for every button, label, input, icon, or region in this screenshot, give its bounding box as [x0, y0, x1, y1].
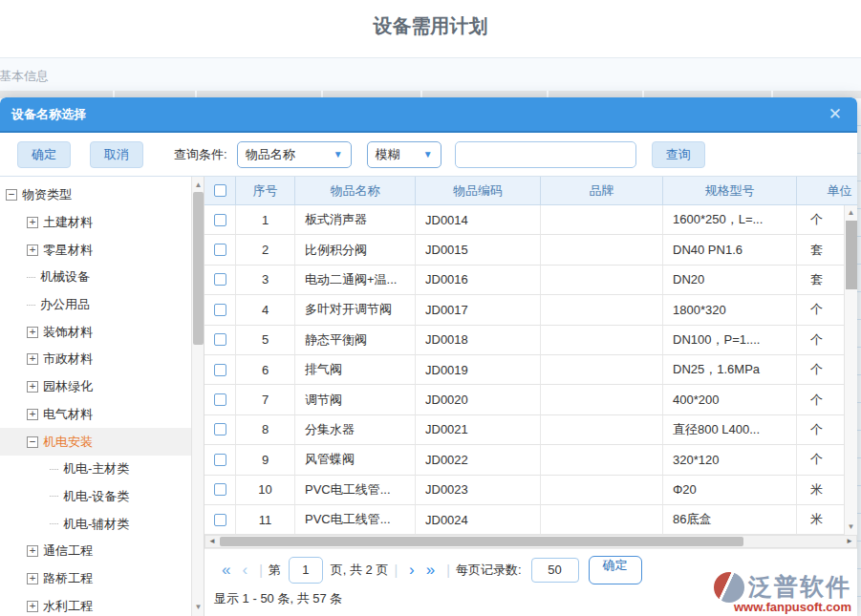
vendor-name: 泛普软件 — [748, 571, 851, 603]
expand-icon[interactable]: + — [27, 381, 38, 393]
basic-info-label: 基本信息 — [0, 68, 49, 85]
tree-scrollbar[interactable]: ▲ ▼ — [191, 177, 204, 616]
row-checkbox[interactable] — [214, 423, 226, 435]
col-header-brand: 品牌 — [541, 177, 663, 205]
match-mode-select[interactable]: 模糊 ▼ — [367, 141, 441, 168]
tree-node[interactable]: 机电-设备类 — [0, 483, 204, 511]
tree-node[interactable]: 机电-主材类 — [0, 456, 204, 483]
items-grid: 序号 物品名称 物品编码 品牌 规格型号 单位 1 板式消声器 JD0014 1… — [204, 177, 857, 535]
field-select-value: 物品名称 — [246, 146, 295, 163]
col-header-name: 物品名称 — [295, 177, 416, 205]
col-header-index: 序号 — [236, 177, 295, 205]
table-row[interactable]: 3 电动二通阀+温... JD0016 DN20 套 — [204, 266, 857, 295]
tree-node[interactable]: 机电-辅材类 — [0, 510, 204, 538]
row-checkbox[interactable] — [214, 273, 226, 286]
dialog-body: −物资类型 +土建材料 +零星材料 机械设备 办公用品 +装饰材料 +市政材料 … — [0, 177, 857, 616]
col-header-spec: 规格型号 — [663, 177, 797, 205]
confirm-button[interactable]: 确定 — [17, 141, 71, 168]
tree-node-selected[interactable]: −机电安装 — [0, 428, 191, 456]
close-icon[interactable]: ✕ — [825, 104, 846, 124]
chevron-down-icon: ▼ — [423, 149, 433, 159]
table-row[interactable]: 2 比例积分阀 JD0015 DN40 PN1.6 套 — [204, 235, 857, 265]
select-all-checkbox[interactable] — [214, 184, 226, 197]
tree-node-root[interactable]: −物资类型 — [0, 181, 204, 209]
next-page-button[interactable]: › — [403, 561, 420, 580]
separator: | — [446, 563, 450, 578]
table-row[interactable]: 9 风管蝶阀 JD0022 320*120 个 — [204, 445, 857, 475]
screen: 设备需用计划 基本信息 设备名称选择 ✕ 确定 取消 查询条件: 物品名称 ▼ … — [0, 0, 861, 616]
scroll-up-icon[interactable]: ▲ — [845, 206, 857, 220]
row-checkbox[interactable] — [214, 304, 226, 316]
tree-node[interactable]: +园林绿化 — [0, 373, 204, 401]
scroll-right-icon[interactable]: ► — [843, 536, 856, 547]
page-confirm-button[interactable]: 确定 — [589, 556, 642, 584]
tree-node[interactable]: +通信工程 — [0, 538, 204, 565]
expand-icon[interactable]: + — [27, 573, 38, 584]
scroll-down-icon[interactable]: ▼ — [192, 601, 204, 614]
row-checkbox[interactable] — [214, 214, 226, 226]
scroll-up-icon[interactable]: ▲ — [192, 179, 204, 192]
items-table-area: 序号 物品名称 物品编码 品牌 规格型号 单位 1 板式消声器 JD0014 1… — [204, 177, 857, 616]
table-vertical-scrollbar[interactable]: ▲ ▼ — [844, 205, 857, 535]
table-row[interactable]: 5 静态平衡阀 JD0018 DN100，P=1.... 个 — [204, 326, 857, 355]
prev-page-button[interactable]: ‹ — [236, 561, 253, 580]
scroll-down-icon[interactable]: ▼ — [845, 520, 857, 534]
separator: | — [259, 563, 263, 578]
tree-node[interactable]: 办公用品 — [0, 291, 204, 319]
equipment-select-dialog: 设备名称选择 ✕ 确定 取消 查询条件: 物品名称 ▼ 模糊 ▼ 查询 −物资类… — [0, 97, 857, 616]
table-row[interactable]: 11 PVC电工线管... JD0024 86底盒 米 — [204, 505, 857, 535]
col-header-code: 物品编码 — [416, 177, 541, 205]
expand-icon[interactable]: + — [27, 409, 38, 420]
table-row[interactable]: 8 分集水器 JD0021 直径800 L400... 个 — [204, 415, 857, 445]
expand-icon[interactable]: + — [27, 601, 38, 612]
page-total-label: 页, 共 2 页 — [331, 562, 389, 579]
table-row[interactable]: 10 PVC电工线管... JD0023 Φ20 米 — [204, 476, 857, 505]
cancel-button[interactable]: 取消 — [90, 141, 143, 168]
table-horizontal-scrollbar[interactable]: ◄ ► — [204, 535, 857, 548]
row-checkbox[interactable] — [214, 393, 226, 406]
expand-icon[interactable]: + — [27, 217, 38, 228]
last-page-button[interactable]: » — [420, 561, 441, 580]
tree-node[interactable]: +电气材料 — [0, 401, 204, 429]
scrollbar-thumb[interactable] — [193, 192, 204, 345]
scrollbar-thumb[interactable] — [846, 221, 857, 289]
expand-icon[interactable]: + — [27, 327, 38, 338]
row-checkbox[interactable] — [214, 244, 226, 256]
page-label: 第 — [269, 562, 281, 579]
row-checkbox[interactable] — [214, 483, 226, 496]
expand-icon[interactable]: + — [27, 244, 38, 256]
table-row[interactable]: 1 板式消声器 JD0014 1600*250，L=... 个 — [204, 205, 857, 235]
dialog-titlebar: 设备名称选择 ✕ — [0, 97, 857, 133]
tree-node[interactable]: +土建材料 — [0, 209, 204, 237]
query-button[interactable]: 查询 — [652, 141, 705, 168]
row-checkbox[interactable] — [214, 333, 226, 346]
page-number-input[interactable] — [289, 557, 323, 584]
expand-icon[interactable]: + — [27, 545, 38, 557]
vendor-logo: 泛普软件 www.fanpusoft.com — [714, 571, 851, 614]
scroll-left-icon[interactable]: ◄ — [205, 536, 219, 547]
per-page-input[interactable] — [531, 558, 579, 583]
tree-node[interactable]: +零星材料 — [0, 236, 204, 264]
scrollbar-thumb[interactable] — [220, 537, 743, 546]
leaf-connector — [50, 496, 58, 497]
table-row[interactable]: 6 排气阀 JD0019 DN25，1.6MPa 个 — [204, 355, 857, 385]
collapse-icon[interactable]: − — [27, 436, 38, 448]
table-row[interactable]: 4 多叶对开调节阀 JD0017 1800*320 个 — [204, 295, 857, 325]
page-title: 设备需用计划 — [0, 13, 861, 39]
tree-node[interactable]: 机械设备 — [0, 264, 204, 291]
tree-node[interactable]: +市政材料 — [0, 346, 204, 373]
row-checkbox[interactable] — [214, 514, 226, 526]
tree-node[interactable]: +装饰材料 — [0, 318, 204, 346]
search-input[interactable] — [455, 141, 636, 168]
tree-node[interactable]: +路桥工程 — [0, 565, 204, 593]
table-row[interactable]: 7 调节阀 JD0020 400*200 个 — [204, 385, 857, 414]
collapse-icon[interactable]: − — [6, 189, 17, 201]
fanpu-logo-icon — [714, 572, 744, 603]
field-select[interactable]: 物品名称 ▼ — [237, 141, 352, 168]
row-checkbox[interactable] — [214, 454, 226, 466]
tree-node[interactable]: +水利工程 — [0, 592, 204, 616]
row-checkbox[interactable] — [214, 364, 226, 376]
first-page-button[interactable]: « — [216, 561, 236, 580]
expand-icon[interactable]: + — [27, 353, 38, 365]
vendor-url: www.fanpusoft.com — [714, 600, 851, 614]
